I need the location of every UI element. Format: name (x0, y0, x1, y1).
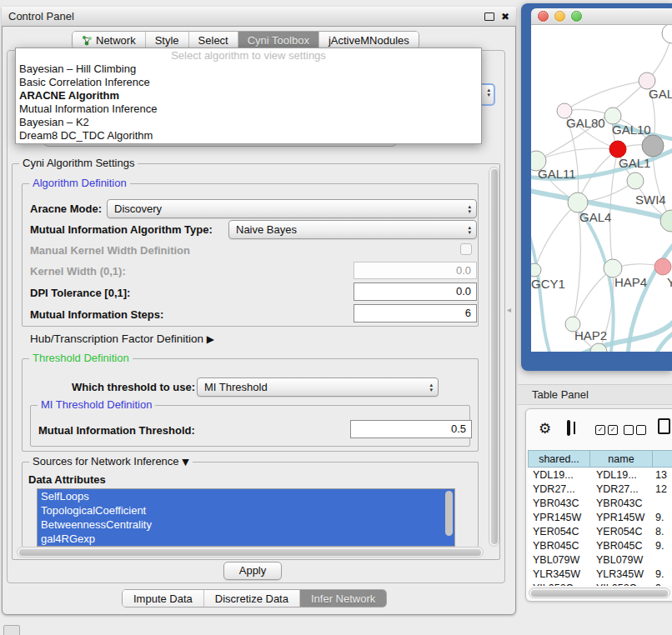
settings-vertical-scrollbar[interactable] (489, 167, 499, 547)
new-table-icon[interactable] (658, 418, 670, 434)
settings-horizontal-scrollbar[interactable] (17, 547, 484, 558)
table-row[interactable]: YPR145WYPR145W9. (528, 511, 672, 525)
unchecked-box-icon (636, 425, 646, 435)
stepper-arrows-icon: ▴▾ (429, 379, 433, 396)
aracne-mode-combobox[interactable]: Discovery ▴▾ (107, 199, 477, 218)
table-cell: 12 (652, 482, 672, 497)
tab-network[interactable]: Network (73, 32, 145, 48)
data-attribute-item[interactable]: gal4RGexp (38, 532, 454, 546)
tab-select[interactable]: Select (188, 32, 238, 48)
tab-label: Network (96, 34, 136, 47)
table-cell: YLR345W (528, 568, 589, 582)
sources-group-title[interactable]: Sources for Network Inference ▼ (29, 455, 193, 468)
select-all-columns-icon[interactable]: ✓ ✓ (595, 425, 618, 435)
screen: Control Panel ✖ Network Style Select Cyn… (0, 0, 672, 635)
table-cell: YPR145W (589, 511, 652, 525)
float-icon[interactable] (484, 12, 494, 21)
manual-kernel-width-checkbox[interactable] (460, 243, 472, 255)
tab-label: Select (198, 34, 228, 47)
which-threshold-combobox[interactable]: MI Threshold ▴▾ (197, 378, 439, 397)
tab-label: Infer Network (311, 592, 375, 605)
data-attribute-item[interactable]: TopologicalCoefficient (38, 503, 454, 518)
table-cell: 13 (652, 468, 672, 482)
data-attributes-list: SelfLoopsTopologicalCoefficientBetweenne… (37, 488, 455, 547)
zoom-traffic-light[interactable] (571, 11, 582, 22)
gear-icon[interactable]: ⚙ (539, 420, 551, 437)
algorithm-option[interactable]: Basic Correlation Inference (16, 76, 481, 89)
column-header-clipped[interactable] (653, 450, 672, 468)
list-scrollbar-thumb[interactable] (445, 491, 453, 536)
table-row[interactable]: YER054CYER054C8. (528, 525, 672, 539)
node-label: GAL10 (612, 122, 651, 137)
table-row[interactable]: YIL052CYIL052C9 (528, 582, 672, 586)
network-node[interactable] (662, 25, 672, 43)
algorithm-option[interactable]: Dream8 DC_TDC Algorithm (16, 129, 481, 142)
data-attribute-item[interactable]: BetweennessCentrality (38, 518, 454, 532)
kernel-width-field[interactable]: 0.0 (354, 262, 477, 279)
aracne-mode-label: Aracne Mode: (30, 202, 102, 215)
algorithm-dropdown-prompt: Select algorithm to view settings (16, 48, 481, 62)
cytopanel-dock-icon[interactable] (3, 625, 20, 635)
table-row[interactable]: YBR045CYBR045C9. (528, 539, 672, 553)
table-row[interactable]: YDL19...YDL19...13 (528, 468, 672, 482)
network-edge (573, 268, 613, 324)
table-horizontal-scrollbar[interactable] (529, 588, 670, 598)
table-cell: YLR345W (589, 568, 652, 582)
tab-label: jActiveMNodules (328, 34, 409, 47)
sources-title-label: Sources for Network Inference (33, 455, 179, 468)
table-cell: 9 (652, 582, 672, 586)
network-node-gal10[interactable] (604, 108, 621, 124)
splitter-collapse-handle[interactable]: ◂ (507, 305, 511, 314)
column-header-shared-name[interactable]: shared... (528, 450, 590, 468)
close-icon[interactable]: ✖ (501, 11, 509, 22)
network-node-y[interactable] (654, 258, 671, 275)
table-cell: YPR145W (528, 511, 589, 525)
hub-tf-definition-toggle[interactable]: Hub/Transcription Factor Definition ▶ (30, 332, 214, 345)
mi-threshold-field[interactable]: 0.5 (350, 420, 472, 438)
tab-infer-network[interactable]: Infer Network (299, 590, 386, 607)
tab-style[interactable]: Style (145, 32, 188, 48)
network-node-swi4[interactable] (660, 210, 672, 232)
table-row[interactable]: YDR27...YDR27...12 (528, 482, 672, 497)
table-cell: YDR27... (528, 482, 589, 497)
tab-discretize-data[interactable]: Discretize Data (203, 590, 299, 607)
tab-jactivemnodules[interactable]: jActiveMNodules (318, 32, 419, 48)
algorithm-option[interactable]: Bayesian – Hill Climbing (16, 62, 481, 76)
minimize-traffic-light[interactable] (554, 11, 565, 22)
tab-cyni-toolbox[interactable]: Cyni Toolbox (238, 32, 318, 48)
combobox-value: Naive Bayes (236, 223, 297, 236)
network-node[interactable] (642, 135, 664, 157)
mi-steps-field[interactable]: 6 (354, 304, 477, 322)
table-panel-header: Table Panel (518, 384, 672, 405)
data-attribute-item[interactable]: SelfLoops (38, 489, 454, 503)
control-panel-tabs: Network Style Select Cyni Toolbox jActiv… (72, 31, 419, 49)
table-row[interactable]: YBR043CYBR043C (528, 497, 672, 511)
network-node-gal1[interactable] (609, 141, 626, 158)
mi-threshold-label: Mutual Information Threshold: (38, 424, 195, 437)
tab-label: Impute Data (133, 592, 193, 605)
column-header-name[interactable]: name (590, 450, 653, 468)
network-node-gcy1[interactable] (531, 263, 541, 277)
table-row[interactable]: YLR345WYLR345W9. (528, 568, 672, 582)
expand-arrow-icon: ▼ (182, 457, 188, 468)
deselect-all-columns-icon[interactable] (624, 425, 646, 435)
algorithm-option[interactable]: ARACNE Algorithm (16, 89, 481, 102)
table-header-row: shared... name (528, 450, 672, 468)
network-window-titlebar (531, 8, 672, 25)
node-label: GAL (649, 87, 672, 101)
apply-button[interactable]: Apply (223, 562, 282, 580)
algorithm-option[interactable]: Bayesian – K2 (16, 116, 481, 129)
table-cell: 9. (652, 511, 672, 525)
table-cell (652, 553, 672, 568)
manual-kernel-width-label: Manual Kernel Width Definition (30, 244, 190, 257)
group-title: Algorithm Definition (29, 177, 130, 189)
mi-algorithm-type-combobox[interactable]: Naive Bayes ▴▾ (228, 220, 477, 239)
tab-impute-data[interactable]: Impute Data (123, 590, 203, 607)
table-row[interactable]: YBL079WYBL079W (528, 553, 672, 568)
network-node[interactable] (627, 172, 644, 189)
network-canvas[interactable]: GALGAL80GAL10GAL1GAL11SWI4GAL4GCY1HAP4YH… (531, 25, 672, 352)
columns-icon[interactable] (567, 420, 570, 436)
algorithm-option[interactable]: Mutual Information Inference (16, 102, 481, 116)
close-traffic-light[interactable] (538, 11, 549, 22)
dpi-tolerance-field[interactable]: 0.0 (354, 282, 477, 301)
